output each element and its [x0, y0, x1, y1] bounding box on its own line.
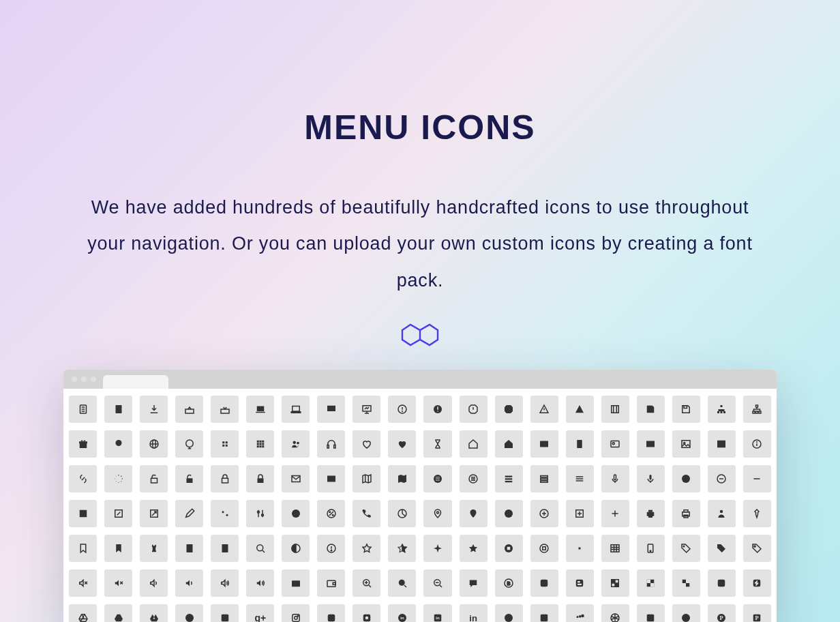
- person-icon[interactable]: [708, 500, 736, 527]
- drive-fill-icon[interactable]: [104, 604, 132, 622]
- volume-low-fill-icon[interactable]: [175, 569, 203, 597]
- blogger-line-icon[interactable]: B: [495, 569, 523, 597]
- book-plus-icon[interactable]: [211, 535, 239, 562]
- film-icon[interactable]: [601, 396, 629, 423]
- picasa-line-icon[interactable]: [601, 604, 629, 622]
- heart-fill-icon[interactable]: [388, 430, 416, 458]
- menu-hamburger-icon[interactable]: [566, 465, 594, 492]
- alert-circle-fill-icon[interactable]: [423, 396, 451, 423]
- tag-alt-icon[interactable]: [743, 535, 771, 562]
- globe-lines-icon[interactable]: [140, 430, 168, 458]
- alert-circle-line-icon[interactable]: [388, 396, 416, 423]
- star-line-icon[interactable]: [352, 535, 380, 562]
- pinterest-circle-icon[interactable]: P: [708, 604, 736, 622]
- stop-circle-fill-icon[interactable]: [495, 535, 523, 562]
- download-icon[interactable]: [140, 396, 168, 423]
- myspace-icon[interactable]: [530, 604, 558, 622]
- blogger-fill-icon[interactable]: [530, 569, 558, 597]
- lock-closed-fill-icon[interactable]: [246, 465, 274, 492]
- book-check-icon[interactable]: [175, 535, 203, 562]
- blogger-alt-icon[interactable]: [566, 569, 594, 597]
- volume-mute-icon[interactable]: [69, 569, 97, 597]
- presentation-line-icon[interactable]: [352, 396, 380, 423]
- heart-line-icon[interactable]: [352, 430, 380, 458]
- lock-open-line-icon[interactable]: [140, 465, 168, 492]
- linkedin-circle-icon[interactable]: in: [388, 604, 416, 622]
- volume-high-fill-icon[interactable]: [246, 569, 274, 597]
- plus-circle-fill-icon[interactable]: [495, 500, 523, 527]
- phone-icon[interactable]: [352, 500, 380, 527]
- delicious-fill-icon[interactable]: [637, 569, 665, 597]
- tag-line-icon[interactable]: [672, 535, 700, 562]
- link-icon[interactable]: [69, 465, 97, 492]
- warning-fill-icon[interactable]: [566, 396, 594, 423]
- instagram-fill-icon[interactable]: [317, 604, 345, 622]
- drive-line-icon[interactable]: [69, 604, 97, 622]
- map-line-icon[interactable]: [352, 465, 380, 492]
- bookmark-line-icon[interactable]: [69, 535, 97, 562]
- star-point-icon[interactable]: [423, 535, 451, 562]
- warning-line-icon[interactable]: [530, 396, 558, 423]
- chess-rook-icon[interactable]: [140, 535, 168, 562]
- id-card-icon[interactable]: [530, 430, 558, 458]
- zoom-in-fill-icon[interactable]: [388, 569, 416, 597]
- arrow-diag-icon[interactable]: [140, 500, 168, 527]
- instagram-line-icon[interactable]: [282, 604, 310, 622]
- lock-closed-line-icon[interactable]: [211, 465, 239, 492]
- dot-square-icon[interactable]: [566, 535, 594, 562]
- id-card-alt-icon[interactable]: [601, 430, 629, 458]
- lock-open-fill-icon[interactable]: [175, 465, 203, 492]
- zoom-out-icon[interactable]: [423, 569, 451, 597]
- minus-icon[interactable]: [743, 465, 771, 492]
- pin-fill-icon[interactable]: [460, 500, 487, 527]
- laptop-line-icon[interactable]: [282, 396, 310, 423]
- meetup-icon[interactable]: [495, 604, 523, 622]
- hourglass-icon[interactable]: [423, 430, 451, 458]
- users-icon[interactable]: [282, 430, 310, 458]
- menu-lines-circle-icon[interactable]: [460, 465, 487, 492]
- globe-round-icon[interactable]: [175, 430, 203, 458]
- linkedin-icon[interactable]: in: [460, 604, 487, 622]
- picasa-fill-icon[interactable]: [637, 604, 665, 622]
- wallet-icon[interactable]: [282, 569, 310, 597]
- home-line-icon[interactable]: [460, 430, 487, 458]
- minus-circle-fill-icon[interactable]: [672, 465, 700, 492]
- minus-circle-line-icon[interactable]: [708, 465, 736, 492]
- menu-bars-line-icon[interactable]: [530, 465, 558, 492]
- plus-circle-line-icon[interactable]: [530, 500, 558, 527]
- linkedin-square-icon[interactable]: in: [423, 604, 451, 622]
- gplus-square-icon[interactable]: [211, 604, 239, 622]
- percent-line-icon[interactable]: [317, 500, 345, 527]
- volume-low-line-icon[interactable]: [140, 569, 168, 597]
- save-icon[interactable]: [637, 396, 665, 423]
- mic-line-icon[interactable]: [601, 465, 629, 492]
- sitemap-line-icon[interactable]: [743, 396, 771, 423]
- map-fill-icon[interactable]: [388, 465, 416, 492]
- mic-fill-icon[interactable]: [637, 465, 665, 492]
- alert-octagon-fill-icon[interactable]: [495, 396, 523, 423]
- pin-line-icon[interactable]: [423, 500, 451, 527]
- save-alt-icon[interactable]: [672, 396, 700, 423]
- presentation-fill-icon[interactable]: [317, 396, 345, 423]
- info-circle-icon[interactable]: [743, 430, 771, 458]
- inbox-in-icon[interactable]: [211, 396, 239, 423]
- globe-half-icon[interactable]: [282, 535, 310, 562]
- picasa-alt-icon[interactable]: [672, 604, 700, 622]
- deviantart-alt-icon[interactable]: [743, 569, 771, 597]
- pinterest-square-icon[interactable]: P: [743, 604, 771, 622]
- gplus-circle-icon[interactable]: [175, 604, 203, 622]
- stop-circle-line-icon[interactable]: [530, 535, 558, 562]
- document-fill-icon[interactable]: [104, 396, 132, 423]
- gift-icon[interactable]: [69, 430, 97, 458]
- mail-line-icon[interactable]: [282, 465, 310, 492]
- sliders-fill-icon[interactable]: [211, 500, 239, 527]
- sitemap-fill-icon[interactable]: [708, 396, 736, 423]
- grid-large-icon[interactable]: [246, 430, 274, 458]
- inbox-out-icon[interactable]: [175, 396, 203, 423]
- menu-bars-fill-icon[interactable]: [495, 465, 523, 492]
- plus-icon[interactable]: [601, 500, 629, 527]
- printer-line-icon[interactable]: [672, 500, 700, 527]
- expand-line-icon[interactable]: [104, 500, 132, 527]
- wallet-alt-icon[interactable]: [317, 569, 345, 597]
- drive-solid-icon[interactable]: [140, 604, 168, 622]
